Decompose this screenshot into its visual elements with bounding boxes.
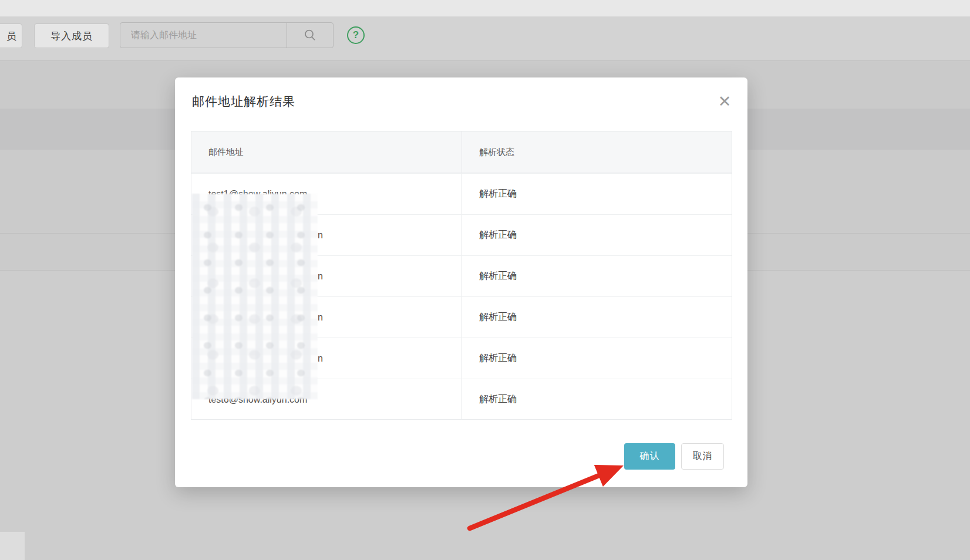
status-cell: 解析正确 xyxy=(462,215,732,255)
table-header-row: 邮件地址 解析状态 xyxy=(191,131,732,173)
status-value: 解析正确 xyxy=(479,188,517,200)
cancel-button-label: 取消 xyxy=(693,450,713,463)
status-cell: 解析正确 xyxy=(462,174,732,214)
column-header-email: 邮件地址 xyxy=(191,131,462,173)
screen: 员 导入成员 ? 邮件地址解析结果 ✕ 邮件地址 解析状态 test1@show… xyxy=(0,0,970,560)
status-cell: 解析正确 xyxy=(462,338,732,379)
email-visible-suffix: n xyxy=(318,338,323,379)
status-cell: 解析正确 xyxy=(462,256,732,296)
page-top-strip xyxy=(0,0,970,16)
email-visible-suffix: n xyxy=(318,256,323,296)
privacy-blur-overlay xyxy=(192,194,318,399)
email-search-box xyxy=(120,22,334,48)
status-value: 解析正确 xyxy=(479,270,517,282)
partial-member-button-label: 员 xyxy=(6,29,16,43)
column-header-status: 解析状态 xyxy=(462,131,732,173)
import-members-button[interactable]: 导入成员 xyxy=(34,23,109,48)
parse-result-table: 邮件地址 解析状态 test1@show.aliyun.com 解析正确 n xyxy=(191,131,732,420)
partial-member-button[interactable]: 员 xyxy=(0,23,22,48)
search-button[interactable] xyxy=(287,23,333,48)
search-input[interactable] xyxy=(120,23,287,48)
email-visible-suffix: n xyxy=(318,215,323,255)
question-mark-glyph: ? xyxy=(353,29,359,41)
help-icon[interactable]: ? xyxy=(347,26,365,44)
status-cell: 解析正确 xyxy=(462,379,732,420)
dialog-title: 邮件地址解析结果 xyxy=(192,93,295,110)
status-value: 解析正确 xyxy=(479,311,517,323)
confirm-button-label: 确认 xyxy=(640,450,660,463)
status-cell: 解析正确 xyxy=(462,297,732,338)
status-value: 解析正确 xyxy=(479,229,517,241)
email-parse-result-dialog: 邮件地址解析结果 ✕ 邮件地址 解析状态 test1@show.aliyun.c… xyxy=(175,77,747,487)
confirm-button[interactable]: 确认 xyxy=(624,443,675,470)
close-icon[interactable]: ✕ xyxy=(713,90,736,113)
search-icon xyxy=(304,29,316,42)
email-visible-suffix: n xyxy=(318,297,323,338)
status-value: 解析正确 xyxy=(479,352,517,365)
backdrop-corner-patch xyxy=(0,532,25,560)
status-value: 解析正确 xyxy=(479,393,517,406)
cancel-button[interactable]: 取消 xyxy=(681,443,724,470)
import-members-button-label: 导入成员 xyxy=(50,29,93,43)
